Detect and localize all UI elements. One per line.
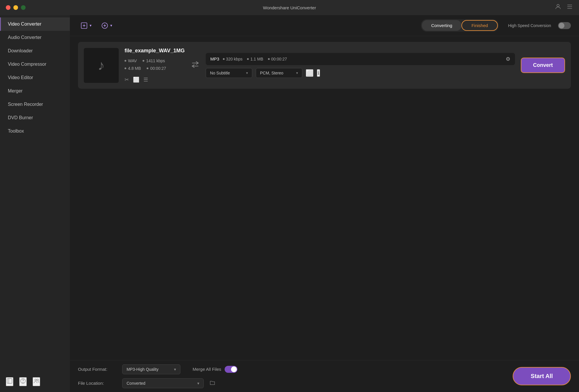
bottom-fields: Output Format: MP3-High Quality ▾ Merge … [78,364,237,388]
question-icon[interactable] [19,377,27,386]
file-card: ♪ file_example_WAV_1MG WAV 1411 kbps [78,42,571,89]
sidebar-item-dvd-burner[interactable]: DVD Burner [0,111,70,124]
finished-tab[interactable]: Finished [461,20,498,31]
file-location-value: Converted [127,381,145,386]
converting-tab[interactable]: Converting [422,20,462,31]
crop-icon[interactable]: ⬜ [133,76,139,83]
sidebar-bottom [0,371,70,392]
maximize-button[interactable] [21,5,26,10]
sidebar-item-screen-recorder[interactable]: Screen Recorder [0,98,70,111]
output-size: 1.1 MB [250,57,263,61]
add-file-button[interactable]: ▾ [78,20,94,31]
subtitle-chevron-icon: ▾ [246,71,248,75]
merge-label: Merge All Files [193,367,221,372]
info-icon[interactable]: ℹ [317,69,320,77]
sidebar-item-merger[interactable]: Merger [0,84,70,98]
sidebar: Video Converter Audio Converter Download… [0,15,70,392]
source-duration: 00:00:27 [150,66,166,71]
traffic-lights [6,5,26,10]
sidebar-item-toolbox[interactable]: Toolbox [0,124,70,138]
subtitle-value: No Subtitle [210,71,230,75]
file-meta-row2: 4.8 MB 00:00:27 [125,66,185,71]
app-title: Wondershare UniConverter [263,5,316,10]
svg-point-7 [23,382,23,383]
merge-group: Merge All Files [193,366,237,373]
file-location-field: File Location: Converted ▾ [78,378,237,388]
tab-group: Converting Finished [421,19,499,32]
sidebar-item-video-converter[interactable]: Video Converter [0,17,70,31]
file-meta-row1: WAV 1411 kbps [125,58,185,63]
high-speed-label: High Speed Conversion [508,23,551,28]
chevron-down-icon: ▾ [90,23,92,28]
users-icon[interactable] [33,377,40,386]
main-layout: Video Converter Audio Converter Download… [0,15,579,392]
help-book-icon[interactable] [6,377,13,386]
output-format-value: MP3-High Quality [127,367,159,372]
convert-button[interactable]: Convert [521,58,565,73]
merge-toggle[interactable] [225,366,237,373]
content-area: ▾ ▾ Converting Finished High Speed Conve… [70,15,579,392]
top-bar: ▾ ▾ Converting Finished High Speed Conve… [70,15,579,36]
audio-chevron-icon: ▾ [296,71,298,75]
high-speed-toggle[interactable] [558,22,571,29]
source-size: 4.8 MB [128,66,141,71]
output-format-select[interactable]: MP3-High Quality ▾ [122,364,180,374]
start-all-button[interactable]: Start All [513,367,571,385]
title-bar: Wondershare UniConverter [0,0,579,15]
file-location-label: File Location: [78,381,119,386]
output-bitrate: 320 kbps [226,57,243,61]
subtitle-row: No Subtitle ▾ PCM, Stereo ▾ ⬜ ℹ [206,68,515,78]
close-button[interactable] [6,5,10,10]
folder-open-icon[interactable] [209,379,215,387]
output-format-badge: MP3 [210,56,219,61]
settings-gear-button[interactable]: ⚙ [506,56,510,62]
svg-rect-4 [7,379,12,384]
file-info: file_example_WAV_1MG WAV 1411 kbps [125,48,185,83]
output-format-row: MP3 320 kbps 1.1 MB [206,53,515,65]
svg-point-0 [557,4,559,7]
minimize-button[interactable] [13,5,18,10]
output-settings: MP3 320 kbps 1.1 MB [206,53,515,78]
cut-icon[interactable]: ✂ [125,76,129,83]
output-format-field: Output Format: MP3-High Quality ▾ Merge … [78,364,237,374]
file-name: file_example_WAV_1MG [125,48,185,54]
profile-icon[interactable] [555,3,562,12]
chevron-down-icon-2: ▾ [110,23,112,28]
sidebar-item-video-compressor[interactable]: Video Compressor [0,58,70,71]
file-location-chevron-icon: ▾ [197,381,199,386]
swap-icon [191,60,200,71]
music-note-icon: ♪ [98,57,105,73]
output-format-chevron-icon: ▾ [174,367,176,372]
title-bar-right [555,3,573,12]
preview-icon[interactable]: ⬜ [306,69,313,77]
svg-point-9 [37,379,38,381]
source-bitrate: 1411 kbps [146,58,165,63]
output-format-label: Output Format: [78,367,119,372]
audio-dropdown[interactable]: PCM, Stereo ▾ [256,68,302,78]
file-actions: ✂ ⬜ ☰ [125,76,185,83]
audio-value: PCM, Stereo [260,71,283,75]
sidebar-item-audio-converter[interactable]: Audio Converter [0,31,70,44]
sidebar-item-video-editor[interactable]: Video Editor [0,71,70,84]
file-list-area: ♪ file_example_WAV_1MG WAV 1411 kbps [70,36,579,360]
subtitle-dropdown[interactable]: No Subtitle ▾ [206,68,252,78]
source-format: WAV [128,58,137,63]
add-batch-button[interactable]: ▾ [99,20,115,31]
file-thumbnail: ♪ [84,48,119,83]
effects-icon[interactable]: ☰ [143,76,148,83]
bottom-bar: Output Format: MP3-High Quality ▾ Merge … [70,360,579,392]
sidebar-item-downloader[interactable]: Downloader [0,44,70,58]
format-details: 320 kbps 1.1 MB 00:00:27 [223,57,287,61]
file-location-select[interactable]: Converted ▾ [122,378,204,388]
output-duration: 00:00:27 [271,57,287,61]
menu-icon[interactable] [566,3,573,12]
svg-point-8 [35,379,37,381]
